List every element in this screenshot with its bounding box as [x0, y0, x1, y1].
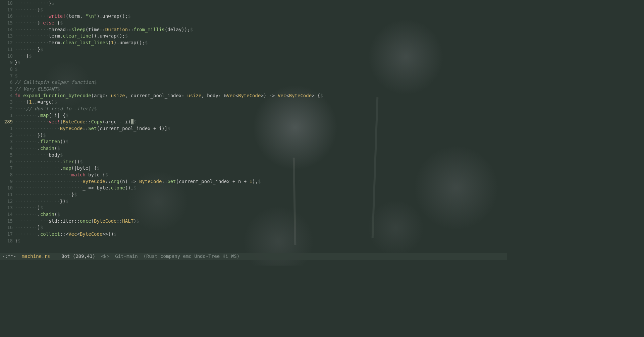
- code-line[interactable]: 12············term.clear_last_lines(1).u…: [0, 40, 507, 46]
- code-line[interactable]: 1········.map(|i| {$: [0, 112, 507, 119]
- code-content[interactable]: ····················match byte {$: [15, 172, 507, 178]
- code-content[interactable]: ········.collect::<Vec<ByteCode>>()$: [15, 231, 507, 238]
- token-eol: $: [167, 126, 170, 131]
- code-line[interactable]: 8$: [0, 66, 507, 73]
- code-line[interactable]: 10····}$: [0, 53, 507, 60]
- token-ws: ········: [15, 20, 37, 25]
- code-line[interactable]: 9························ByteCode::Arg(n…: [0, 178, 507, 185]
- code-line[interactable]: 16········)$: [0, 224, 507, 231]
- token-op: (: [108, 40, 111, 45]
- code-content[interactable]: ····(1..=argc)$: [15, 99, 507, 106]
- code-line[interactable]: 289············vec![ByteCode::Copy(argc …: [0, 119, 507, 125]
- code-content[interactable]: ············vec![ByteCode::Copy(argc - i…: [15, 119, 507, 125]
- code-editor[interactable]: 18············}$17········}$16··········…: [0, 0, 507, 244]
- code-line[interactable]: 17········}$: [0, 7, 507, 13]
- token-ty: usize: [187, 93, 201, 98]
- code-content[interactable]: ········}$: [15, 7, 507, 13]
- code-content[interactable]: ········.chain($: [15, 211, 507, 218]
- line-number: 1: [0, 125, 15, 132]
- code-line[interactable]: 17········.collect::<Vec<ByteCode>>()$: [0, 231, 507, 238]
- code-line[interactable]: 2········})$: [0, 132, 507, 139]
- code-content[interactable]: ············std::iter::once(ByteCode::HA…: [15, 218, 507, 225]
- echo-area[interactable]: [0, 260, 507, 266]
- code-content[interactable]: $: [15, 66, 507, 73]
- code-content[interactable]: ············term.clear_last_lines(1).unw…: [15, 40, 507, 46]
- code-line[interactable]: 3····(1..=argc)$: [0, 99, 507, 106]
- token-ws: ························: [15, 179, 83, 184]
- code-line[interactable]: 7$: [0, 73, 507, 79]
- code-content[interactable]: ············write!(term, "\n").unwrap();…: [15, 13, 507, 20]
- code-line[interactable]: 2····// don't need to .iter()$: [0, 106, 507, 112]
- code-content[interactable]: ················})$: [15, 198, 507, 205]
- token-ws: ········: [15, 231, 37, 237]
- code-line[interactable]: 4········.chain($: [0, 145, 507, 152]
- token-ws: ········: [15, 139, 37, 144]
- code-content[interactable]: ················.map(|byte| {$: [15, 165, 507, 172]
- code-line[interactable]: 8····················match byte {$: [0, 172, 507, 178]
- code-content[interactable]: ········)$: [15, 205, 507, 211]
- code-line[interactable]: 11····················}$: [0, 191, 507, 198]
- code-line[interactable]: 6················.iter()$: [0, 159, 507, 165]
- code-content[interactable]: ········}$: [15, 46, 507, 53]
- code-line[interactable]: 11········}$: [0, 46, 507, 53]
- code-content[interactable]: ········})$: [15, 132, 507, 139]
- code-line[interactable]: 6// Calltopfn helper function$: [0, 79, 507, 86]
- code-line[interactable]: 14········.chain($: [0, 211, 507, 218]
- code-content[interactable]: ············term.clear_line().unwrap();$: [15, 33, 507, 40]
- code-content[interactable]: $: [15, 73, 507, 79]
- token-eol: $: [94, 79, 97, 85]
- code-content[interactable]: ····················}$: [15, 191, 507, 198]
- token-op: }): [60, 199, 66, 204]
- code-line[interactable]: 13············term.clear_line().unwrap()…: [0, 33, 507, 40]
- code-line[interactable]: 1················ByteCode::Set(current_p…: [0, 125, 507, 132]
- code-line[interactable]: 5············body$: [0, 152, 507, 159]
- code-line[interactable]: 7················.map(|byte| {$: [0, 165, 507, 172]
- line-number: 16: [0, 224, 15, 231]
- token-op: (term,: [66, 13, 86, 19]
- code-content[interactable]: ····}$: [15, 53, 507, 60]
- code-line[interactable]: 3········.flatten()$: [0, 138, 507, 145]
- token-op: }: [49, 0, 51, 6]
- code-line[interactable]: 10························_ => byte.clon…: [0, 185, 507, 191]
- code-content[interactable]: ····// don't need to .iter()$: [15, 106, 507, 112]
- code-line[interactable]: 15········} else {$: [0, 20, 507, 26]
- code-content[interactable]: }$: [15, 59, 507, 66]
- code-content[interactable]: ············body$: [15, 152, 507, 159]
- code-content[interactable]: ················.iter()$: [15, 159, 507, 165]
- token-ws: ············: [15, 13, 49, 19]
- token-op: >>(): [102, 231, 114, 237]
- token-fn: chain: [40, 212, 54, 217]
- code-content[interactable]: ········)$: [15, 224, 507, 231]
- code-content[interactable]: ········.map(|i| {$: [15, 112, 507, 119]
- code-content[interactable]: ························_ => byte.clone(…: [15, 185, 507, 191]
- code-line[interactable]: 13········)$: [0, 205, 507, 211]
- code-content[interactable]: ························ByteCode::Arg(n)…: [15, 178, 507, 185]
- code-line[interactable]: 4fn expand_function_bytecode(argc: usize…: [0, 93, 507, 99]
- code-line[interactable]: 18}$: [0, 238, 507, 244]
- token-eol: $: [97, 165, 99, 171]
- code-content[interactable]: ········.chain($: [15, 145, 507, 152]
- code-content[interactable]: // Very ELEGANT$: [15, 86, 507, 93]
- modeline-evil-state: <N>: [101, 253, 109, 260]
- code-line[interactable]: 5// Very ELEGANT$: [0, 86, 507, 93]
- code-line[interactable]: 9}$: [0, 59, 507, 66]
- token-ws: ············: [15, 33, 49, 39]
- code-line[interactable]: 12················})$: [0, 198, 507, 205]
- code-content[interactable]: ········.flatten()$: [15, 138, 507, 145]
- code-content[interactable]: ············}$: [15, 0, 507, 7]
- token-eol: $: [40, 7, 43, 12]
- code-line[interactable]: 15············std::iter::once(ByteCode::…: [0, 218, 507, 225]
- token-eol: $: [190, 27, 193, 32]
- token-eol: $: [66, 113, 68, 118]
- code-content[interactable]: ············thread::sleep(time::Duration…: [15, 26, 507, 33]
- code-line[interactable]: 18············}$: [0, 0, 507, 7]
- code-content[interactable]: }$: [15, 238, 507, 244]
- code-content[interactable]: ········} else {$: [15, 20, 507, 26]
- code-content[interactable]: fn expand_function_bytecode(argc: usize,…: [15, 93, 507, 99]
- token-ty: ByteCode: [80, 231, 102, 237]
- token-ws: ········: [15, 113, 37, 118]
- code-line[interactable]: 14············thread::sleep(time::Durati…: [0, 26, 507, 33]
- code-content[interactable]: // Calltopfn helper function$: [15, 79, 507, 86]
- code-content[interactable]: ················ByteCode::Set(current_po…: [15, 125, 507, 132]
- code-line[interactable]: 16············write!(term, "\n").unwrap(…: [0, 13, 507, 20]
